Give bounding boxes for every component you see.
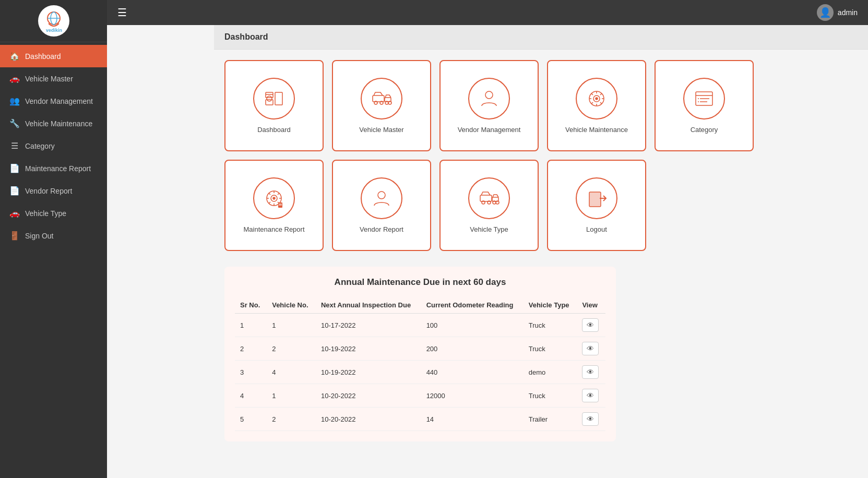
avatar: 👤 <box>817 4 834 21</box>
cell-due: 10-19-2022 <box>316 337 421 361</box>
svg-point-7 <box>267 96 272 101</box>
card-icon-category <box>683 78 725 120</box>
maintenance-table-section: Annual Maintenance Due in next 60 days S… <box>224 267 616 441</box>
card-label-vendor-management: Vendor Management <box>458 126 521 134</box>
hamburger-icon[interactable]: ☰ <box>117 6 127 19</box>
svg-rect-38 <box>589 192 601 207</box>
svg-text:vedikin: vedikin <box>46 28 62 33</box>
card-vehicle-type[interactable]: Vehicle Type <box>439 160 539 251</box>
svg-point-27 <box>273 197 275 199</box>
svg-rect-6 <box>275 92 282 105</box>
cell-view: 👁 <box>577 337 605 361</box>
sidebar-item-dashboard[interactable]: 🏠 Dashboard <box>0 45 107 67</box>
view-button[interactable]: 👁 <box>582 365 599 379</box>
view-button[interactable]: 👁 <box>582 389 599 402</box>
cell-sr: 5 <box>235 408 267 431</box>
sidebar-item-vehicle-type[interactable]: 🚗 Vehicle Type <box>0 202 107 224</box>
card-maintenance-report[interactable]: Maintenance Report <box>224 160 324 251</box>
sidebar-icon-dashboard: 🏠 <box>9 51 20 61</box>
sidebar-label-vehicle-maintenance: Vehicle Maintenance <box>25 120 92 128</box>
main-content: Dashboard Dashboard Vehicle Master Vendo… <box>214 25 868 478</box>
view-button[interactable]: 👁 <box>582 412 599 426</box>
table-row: 2210-19-2022200Truck👁 <box>235 337 605 361</box>
sidebar: vedikin 🏠 Dashboard🚗 Vehicle Master👥 Ven… <box>0 0 107 478</box>
sidebar-item-vendor-management[interactable]: 👥 Vendor Management <box>0 90 107 112</box>
cell-type: Truck <box>524 314 577 337</box>
col-header: Next Annual Inspection Due <box>316 297 421 314</box>
card-dashboard[interactable]: Dashboard <box>224 60 324 151</box>
cell-view: 👁 <box>577 408 605 431</box>
cell-vehicle_no: 2 <box>267 408 316 431</box>
page-header: Dashboard <box>214 25 868 50</box>
card-category[interactable]: Category <box>655 60 754 151</box>
sidebar-label-sign-out: Sign Out <box>25 232 53 240</box>
cell-view: 👁 <box>577 361 605 384</box>
card-icon-vehicle-maintenance <box>576 78 617 120</box>
sidebar-item-sign-out[interactable]: 🚪 Sign Out <box>0 224 107 247</box>
maintenance-table: Sr No.Vehicle No.Next Annual Inspection … <box>235 297 605 431</box>
sidebar-item-vehicle-maintenance[interactable]: 🔧 Vehicle Maintenance <box>0 112 107 135</box>
svg-rect-5 <box>266 100 273 105</box>
cell-odometer: 12000 <box>421 384 524 408</box>
sidebar-label-vehicle-master: Vehicle Master <box>25 75 73 83</box>
cell-sr: 4 <box>235 384 267 408</box>
sidebar-item-vehicle-master[interactable]: 🚗 Vehicle Master <box>0 67 107 90</box>
sidebar-nav: 🏠 Dashboard🚗 Vehicle Master👥 Vendor Mana… <box>0 45 107 247</box>
svg-rect-4 <box>266 92 273 98</box>
logo-area: vedikin <box>0 0 107 42</box>
table-title: Annual Maintenance Due in next 60 days <box>235 277 605 288</box>
card-label-logout: Logout <box>586 225 607 233</box>
sidebar-icon-vendor-report: 📄 <box>9 186 20 196</box>
col-header: Sr No. <box>235 297 267 314</box>
table-row: 4110-20-202212000Truck👁 <box>235 384 605 408</box>
card-vehicle-maintenance[interactable]: Vehicle Maintenance <box>547 60 646 151</box>
card-label-category: Category <box>691 126 718 134</box>
cell-type: Truck <box>524 337 577 361</box>
cell-view: 👁 <box>577 384 605 408</box>
card-vendor-management[interactable]: Vendor Management <box>439 60 539 151</box>
view-button[interactable]: 👁 <box>582 342 599 355</box>
card-logout[interactable]: Logout <box>547 160 646 251</box>
card-vendor-report[interactable]: Vendor Report <box>332 160 431 251</box>
logo-circle: vedikin <box>38 5 69 37</box>
sidebar-item-maintenance-report[interactable]: 📄 Maintenance Report <box>0 157 107 180</box>
cell-sr: 2 <box>235 337 267 361</box>
table-row: 3410-19-2022440demo👁 <box>235 361 605 384</box>
sidebar-label-category: Category <box>25 142 55 150</box>
view-button[interactable]: 👁 <box>582 318 599 332</box>
cell-type: Truck <box>524 384 577 408</box>
cell-due: 10-17-2022 <box>316 314 421 337</box>
col-header: Vehicle No. <box>267 297 316 314</box>
cell-odometer: 14 <box>421 408 524 431</box>
table-row: 1110-17-2022100Truck👁 <box>235 314 605 337</box>
card-label-vehicle-master: Vehicle Master <box>359 126 403 134</box>
card-label-vehicle-maintenance: Vehicle Maintenance <box>565 126 628 134</box>
sidebar-icon-vehicle-maintenance: 🔧 <box>9 118 20 128</box>
cards-grid: Dashboard Vehicle Master Vendor Manageme… <box>224 60 858 251</box>
cell-vehicle_no: 1 <box>267 384 316 408</box>
svg-rect-9 <box>373 95 384 102</box>
username: admin <box>838 8 858 17</box>
cell-type: Trailer <box>524 408 577 431</box>
sidebar-label-maintenance-report: Maintenance Report <box>25 164 91 173</box>
card-icon-maintenance-report <box>253 177 295 219</box>
card-vehicle-master[interactable]: Vehicle Master <box>332 60 431 151</box>
sidebar-icon-sign-out: 🚪 <box>9 231 20 241</box>
card-icon-vendor-management <box>468 78 510 120</box>
cell-due: 10-19-2022 <box>316 361 421 384</box>
card-icon-dashboard <box>253 78 295 120</box>
sidebar-icon-vehicle-type: 🚗 <box>9 208 20 218</box>
sidebar-icon-vehicle-master: 🚗 <box>9 74 20 83</box>
sidebar-label-dashboard: Dashboard <box>25 52 61 61</box>
cell-vehicle_no: 4 <box>267 361 316 384</box>
sidebar-item-vendor-report[interactable]: 📄 Vendor Report <box>0 180 107 202</box>
card-label-vendor-report: Vendor Report <box>360 225 403 233</box>
sidebar-item-category[interactable]: ☰ Category <box>0 135 107 157</box>
cell-vehicle_no: 2 <box>267 337 316 361</box>
page-title: Dashboard <box>224 32 268 41</box>
cell-sr: 1 <box>235 314 267 337</box>
sidebar-label-vehicle-type: Vehicle Type <box>25 209 66 218</box>
sidebar-label-vendor-report: Vendor Report <box>25 187 72 195</box>
card-icon-vehicle-type <box>468 177 510 219</box>
cell-odometer: 200 <box>421 337 524 361</box>
